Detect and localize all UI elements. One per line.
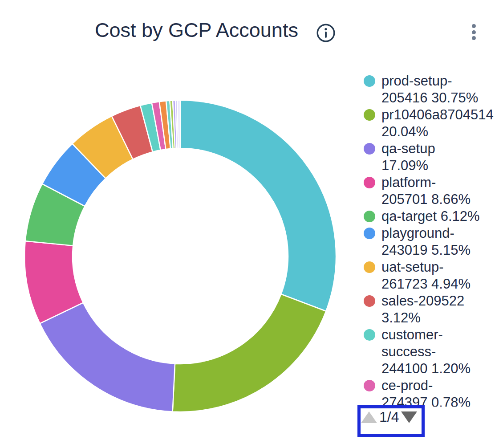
legend-swatch bbox=[364, 211, 375, 222]
donut-slice[interactable] bbox=[177, 100, 180, 148]
legend-swatch bbox=[364, 261, 375, 273]
kebab-menu-icon[interactable] bbox=[470, 22, 478, 42]
legend-item[interactable]: qa-target 6.12% bbox=[364, 208, 503, 225]
legend-item[interactable]: playground-243019 5.15% bbox=[364, 225, 503, 259]
legend-label: qa-setup17.09% bbox=[381, 140, 435, 174]
legend-swatch bbox=[364, 143, 375, 155]
info-icon[interactable] bbox=[316, 23, 336, 43]
legend-swatch bbox=[364, 177, 375, 188]
legend-pager: 1/4 bbox=[361, 410, 417, 425]
legend-swatch bbox=[364, 228, 375, 239]
legend-label: uat-setup-261723 4.94% bbox=[381, 259, 471, 293]
kebab-dot bbox=[472, 36, 476, 40]
legend-swatch bbox=[364, 329, 375, 341]
legend-item[interactable]: ce-prod-274397 0.78% bbox=[364, 377, 503, 407]
legend-item[interactable]: platform-205701 8.66% bbox=[364, 174, 503, 208]
donut-chart[interactable] bbox=[20, 96, 341, 416]
donut-slice[interactable] bbox=[173, 294, 326, 412]
legend-label: prod-setup-205416 30.75% bbox=[381, 73, 478, 106]
kebab-dot bbox=[472, 30, 476, 34]
legend-swatch bbox=[364, 380, 375, 391]
legend-label: customer-success-244100 1.20% bbox=[381, 326, 471, 377]
legend-item[interactable]: qa-setup17.09% bbox=[364, 140, 503, 174]
legend-label: qa-target 6.12% bbox=[381, 208, 480, 225]
legend-label: ce-prod-274397 0.78% bbox=[381, 377, 471, 407]
kebab-dot bbox=[472, 24, 476, 28]
legend-swatch bbox=[364, 75, 375, 87]
donut-slice[interactable] bbox=[40, 303, 175, 412]
pager-up-icon[interactable] bbox=[361, 411, 377, 423]
legend-item[interactable]: pr10406a870451420.04% bbox=[364, 106, 503, 140]
legend-swatch bbox=[364, 109, 375, 121]
pager-down-icon[interactable] bbox=[401, 411, 417, 423]
legend-item[interactable]: sales-2095223.12% bbox=[364, 293, 503, 326]
legend-label: playground-243019 5.15% bbox=[381, 225, 471, 259]
donut-slice[interactable] bbox=[180, 100, 336, 311]
legend-label: platform-205701 8.66% bbox=[381, 174, 471, 208]
legend-swatch bbox=[364, 295, 375, 307]
pager-page-indicator: 1/4 bbox=[379, 410, 399, 425]
legend-label: pr10406a870451420.04% bbox=[381, 106, 494, 140]
chart-title: Cost by GCP Accounts bbox=[95, 19, 298, 42]
legend-item[interactable]: prod-setup-205416 30.75% bbox=[364, 73, 503, 106]
legend-pagination-highlight-box: 1/4 bbox=[357, 405, 425, 437]
cost-by-gcp-accounts-widget: Cost by GCP Accounts prod-setup-205416 3… bbox=[0, 0, 503, 448]
legend-item[interactable]: customer-success-244100 1.20% bbox=[364, 326, 503, 377]
donut-svg bbox=[20, 96, 341, 416]
legend-item[interactable]: uat-setup-261723 4.94% bbox=[364, 259, 503, 293]
legend-label: sales-2095223.12% bbox=[381, 293, 464, 326]
chart-legend: prod-setup-205416 30.75%pr10406a87045142… bbox=[364, 73, 503, 407]
